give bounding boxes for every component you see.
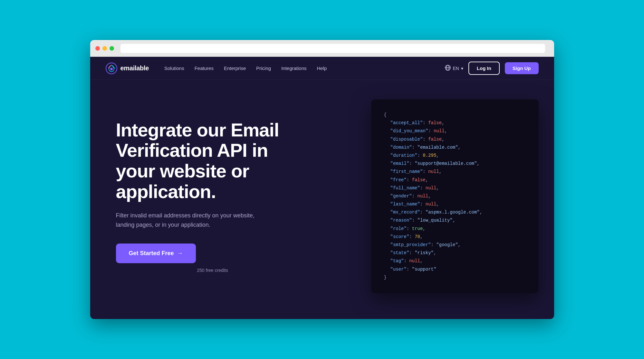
nav-pricing[interactable]: Pricing [256, 65, 271, 71]
nav-solutions[interactable]: Solutions [164, 65, 184, 71]
code-line-email: "email": "support@emailable.com", [384, 160, 526, 168]
hero-title: Integrate our Email Verification API in … [116, 120, 309, 202]
free-credits-text: 250 free credits [116, 268, 309, 273]
code-line-score: "score": 70, [384, 233, 526, 241]
code-line-full-name: "full_name": null, [384, 184, 526, 192]
hero-subtitle: Filter invalid email addresses directly … [116, 211, 271, 230]
code-line-tag: "tag": null, [384, 257, 526, 265]
nav-enterprise[interactable]: Enterprise [224, 65, 246, 71]
cta-button[interactable]: Get Started Free → [116, 244, 196, 263]
code-line-domain: "domain": "emailable.com", [384, 144, 526, 152]
hero-right: { "accept_all": false, "did_you_mean": n… [309, 99, 539, 293]
close-button-icon[interactable] [95, 46, 100, 51]
language-selector[interactable]: EN ▾ [445, 65, 463, 72]
hero-section: Integrate our Email Verification API in … [90, 80, 554, 319]
logo[interactable]: emailable [106, 63, 149, 74]
browser-window: emailable Solutions Features Enterprise … [90, 40, 554, 319]
code-line-free: "free": false, [384, 176, 526, 184]
code-line-disposable: "disposable": false, [384, 135, 526, 144]
nav-left: emailable Solutions Features Enterprise … [106, 63, 327, 74]
code-line-duration: "duration": 0.295, [384, 152, 526, 160]
page-content: emailable Solutions Features Enterprise … [90, 57, 554, 319]
code-line-state: "state": "risky", [384, 249, 526, 257]
code-line-did-you-mean: "did_you_mean": null, [384, 127, 526, 135]
code-line-last-name: "last_name": null, [384, 200, 526, 208]
lang-label: EN [453, 66, 459, 71]
nav-integrations[interactable]: Integrations [281, 65, 306, 71]
nav-links: Solutions Features Enterprise Pricing In… [164, 65, 327, 71]
nav-features[interactable]: Features [195, 65, 214, 71]
login-button[interactable]: Log In [468, 62, 500, 75]
hero-left: Integrate our Email Verification API in … [116, 120, 309, 273]
navbar: emailable Solutions Features Enterprise … [90, 57, 554, 80]
code-line-smtp-provider: "smtp_provider": "google", [384, 241, 526, 249]
code-close-brace: } [384, 274, 526, 282]
maximize-button-icon[interactable] [110, 46, 114, 51]
code-line-user: "user": "support" [384, 265, 526, 274]
signup-button[interactable]: Sign Up [505, 62, 539, 74]
globe-icon [445, 65, 451, 72]
minimize-button-icon[interactable] [102, 46, 107, 51]
svg-point-1 [110, 68, 113, 70]
arrow-icon: → [177, 250, 183, 257]
browser-chrome [90, 40, 554, 57]
code-line-reason: "reason": "low_quality", [384, 216, 526, 224]
cta-label: Get Started Free [129, 250, 174, 257]
url-bar[interactable] [120, 44, 545, 53]
code-block: { "accept_all": false, "did_you_mean": n… [384, 111, 526, 282]
code-line-accept-all: "accept_all": false, [384, 119, 526, 127]
nav-help[interactable]: Help [317, 65, 327, 71]
code-line-gender: "gender": null, [384, 192, 526, 200]
nav-right: EN ▾ Log In Sign Up [445, 62, 538, 75]
code-line-role: "role": true, [384, 225, 526, 233]
code-open-brace: { [384, 111, 526, 119]
code-line-mx-record: "mx_record": "aspmx.l.google.com", [384, 208, 526, 216]
chevron-down-icon: ▾ [461, 66, 463, 71]
code-line-first-name: "first_name": null, [384, 168, 526, 176]
code-card: { "accept_all": false, "did_you_mean": n… [371, 99, 539, 293]
logo-text: emailable [120, 65, 149, 72]
logo-icon [106, 63, 117, 74]
